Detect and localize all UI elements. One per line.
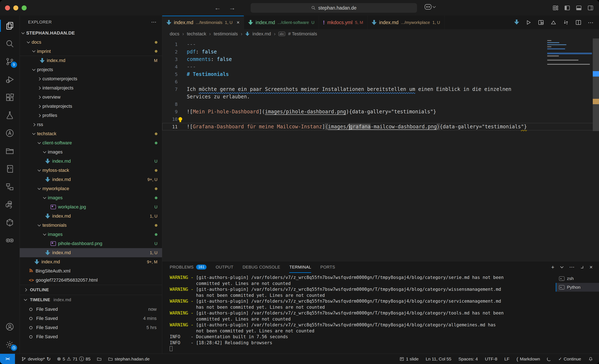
slides-status[interactable]: 1 slide: [399, 356, 419, 362]
panel-tab-output[interactable]: OUTPUT: [216, 261, 233, 273]
more-actions-icon[interactable]: ⋯: [588, 19, 594, 26]
explorer-item-imprint[interactable]: imprint: [20, 47, 162, 56]
explorer-item-internalprojects[interactable]: internalprojects: [20, 83, 162, 93]
code-line-1[interactable]: 1---: [162, 41, 599, 48]
explorer-item-index-md[interactable]: index.md1, U: [20, 212, 162, 221]
explorer-item-docs[interactable]: docs: [20, 38, 162, 47]
code-line-3[interactable]: 3comments: false: [162, 55, 599, 63]
code-line-8[interactable]: 8: [162, 100, 599, 108]
panel-tab-debug-console[interactable]: DEBUG CONSOLE: [243, 261, 280, 273]
explorer-item-index-md[interactable]: index.md1, U: [20, 248, 162, 257]
explorer-item-index-md[interactable]: index.md9+, M: [20, 257, 162, 266]
sync-icon[interactable]: [563, 19, 569, 26]
eol-status[interactable]: LF: [504, 356, 510, 362]
markdown-all-icon[interactable]: [550, 19, 556, 26]
breadcrumb-docs[interactable]: docs: [170, 31, 179, 37]
explorer-item-bingsiteauth-xml[interactable]: BingSiteAuth.xml: [20, 266, 162, 275]
explorer-item-workplace-jpg[interactable]: workplace.jpgU: [20, 202, 162, 212]
tab-mkdocs-yml[interactable]: !mkdocs.yml5, M: [319, 16, 368, 29]
terminal-instance-python[interactable]: >_Python: [556, 283, 599, 292]
split-editor-icon[interactable]: [575, 19, 581, 26]
code-line-9[interactable]: 9![Mein Pi-hole-Dashboard](images/pihole…: [162, 108, 599, 115]
open-preview-side-icon[interactable]: [538, 19, 544, 26]
explorer-item-index-md[interactable]: index.mdM: [20, 56, 162, 65]
breadcrumb-file[interactable]: index.md: [253, 31, 271, 37]
toggle-panel-icon[interactable]: [576, 5, 582, 11]
terminal-output[interactable]: WARNING - [git-authors-plugin] /var/fold…: [170, 275, 551, 352]
breadcrumb-testimonials[interactable]: testimonials: [214, 31, 238, 37]
package-extension-activity-item[interactable]: [0, 214, 20, 231]
code-line-wrap[interactable]: Services zu erlauben.: [162, 93, 599, 100]
settings-gear-activity-item[interactable]: [0, 336, 20, 354]
folder-status[interactable]: [97, 356, 102, 362]
tab-index-md-client-software[interactable]: index.md.../client-softwareU: [244, 16, 319, 29]
markdown-preview-icon[interactable]: [514, 19, 519, 25]
explorer-item-googlef727264f56832057-html[interactable]: <>googlef727264f56832057.html: [20, 275, 162, 285]
more-actions-icon[interactable]: ⋯: [569, 264, 575, 270]
branch-status[interactable]: develop* ↻: [21, 356, 51, 362]
indentation-status[interactable]: Spaces: 4: [458, 356, 478, 362]
notifications-status[interactable]: [588, 356, 593, 362]
panel-tab-terminal[interactable]: TERMINAL: [289, 261, 311, 273]
project-manager-activity-item[interactable]: [0, 142, 20, 160]
toggle-primary-sidebar-icon[interactable]: [564, 5, 570, 11]
minimap[interactable]: [547, 40, 592, 66]
accounts-activity-item[interactable]: [0, 318, 20, 336]
explorer-item-images[interactable]: images: [20, 147, 162, 157]
explorer-item-rss[interactable]: rss: [20, 120, 162, 129]
cursor-position-status[interactable]: Ln 11, Col 55: [426, 356, 451, 362]
explorer-item-stephan-hadan-de[interactable]: STEPHAN.HADAN.DE: [20, 28, 162, 38]
tab-index-md-testimonials[interactable]: index.md.../testimonials1, U×: [162, 16, 244, 29]
timeline-section[interactable]: TIMELINE index.md: [20, 295, 162, 305]
code-line-5[interactable]: 5# Testimonials: [162, 71, 599, 78]
explorer-item-privateprojects[interactable]: privateprojects: [20, 102, 162, 111]
command-center-search[interactable]: stephan.hadan.de: [251, 3, 417, 13]
timeline-item[interactable]: File Savednow: [20, 305, 162, 314]
timeline-item[interactable]: File Saved: [20, 332, 162, 341]
encoding-status[interactable]: UTF-8: [485, 356, 497, 362]
terminal-instance-zsh[interactable]: >_zsh: [556, 274, 599, 283]
close-panel-icon[interactable]: ×: [590, 264, 593, 270]
run-icon[interactable]: [525, 19, 532, 26]
new-terminal-icon[interactable]: +: [551, 264, 555, 270]
code-line-6[interactable]: 6: [162, 78, 599, 86]
forward-icon[interactable]: →: [229, 4, 235, 12]
explorer-item-myfoss-stack[interactable]: myfoss-stack: [20, 166, 162, 175]
source-control-activity-item[interactable]: 9: [0, 53, 20, 71]
python-extension-activity-item[interactable]: [0, 196, 20, 214]
code-line-7[interactable]: 7Ich möchte gerne ein paar Screenshots m…: [162, 86, 599, 93]
search-activity-item[interactable]: [0, 35, 20, 53]
close-window-button[interactable]: [5, 5, 10, 10]
customize-layout-icon[interactable]: [552, 5, 559, 11]
breadcrumb-symbol[interactable]: # Testimonials: [288, 31, 317, 37]
explorer-item-myworkplace[interactable]: myworkplace: [20, 184, 162, 193]
breadcrumb-techstack[interactable]: techstack: [187, 31, 206, 37]
extension-a-activity-item[interactable]: [0, 124, 20, 142]
flowchart-extension-activity-item[interactable]: [0, 178, 20, 196]
timeline-item[interactable]: File Saved4 mins: [20, 314, 162, 323]
timeline-item[interactable]: File Saved5 hrs: [20, 323, 162, 332]
editor-scrollbar[interactable]: [593, 38, 599, 261]
outline-section[interactable]: OUTLINE: [20, 285, 162, 295]
explorer-item-images[interactable]: images: [20, 230, 162, 239]
copilot-menu[interactable]: [425, 4, 435, 9]
continue-status[interactable]: ✓ Continue: [558, 356, 581, 362]
zoom-window-button[interactable]: [22, 5, 27, 10]
explorer-item-customerprojects[interactable]: customerprojects: [20, 74, 162, 83]
run-debug-activity-item[interactable]: [0, 71, 20, 89]
explorer-item-pihole-dashboard-png[interactable]: pihole-dashboard.pngU: [20, 239, 162, 248]
code-line-2[interactable]: 2pdf: false: [162, 48, 599, 55]
explorer-item-index-md[interactable]: index.md9+, U: [20, 175, 162, 184]
problems-status[interactable]: ⊗ 5 ⚠ 71 ⓘ 85: [57, 356, 90, 362]
explorer-activity-item[interactable]: [0, 17, 20, 35]
explorer-item-index-md[interactable]: index.mdU: [20, 157, 162, 166]
maximize-panel-icon[interactable]: [581, 266, 583, 268]
remote-indicator[interactable]: ><: [0, 354, 15, 364]
chevron-down-icon[interactable]: [560, 265, 564, 268]
docs-extension-activity-item[interactable]: [0, 160, 20, 178]
explorer-item-projects[interactable]: projects: [20, 65, 162, 74]
code-line-10[interactable]: 10: [162, 115, 599, 123]
extensions-activity-item[interactable]: [0, 89, 20, 106]
explorer-item-testimonials[interactable]: testimonials: [20, 221, 162, 230]
code-editor[interactable]: 1---2pdf: false3comments: false4---5# Te…: [162, 38, 599, 261]
